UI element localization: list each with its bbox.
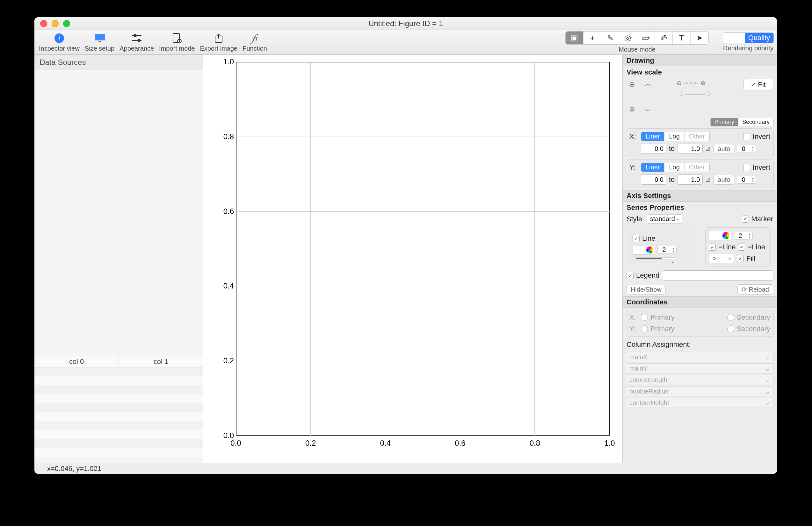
zoom-in-icon[interactable]: ⊕ xyxy=(629,105,635,114)
mode-draw-button[interactable]: ✎ xyxy=(601,31,619,44)
arrow-left-icon[interactable]: 〈 xyxy=(677,90,683,98)
data-table[interactable] xyxy=(34,367,203,463)
mode-eyedropper-button[interactable]: ✐▾ xyxy=(655,31,673,44)
axis-settings-header[interactable]: Axis Settings xyxy=(623,190,777,201)
fit-button[interactable]: ⤢ Fit xyxy=(743,79,773,90)
assignment-contourheight[interactable]: contourHeight xyxy=(626,398,774,408)
data-sources-list[interactable] xyxy=(34,70,203,356)
line-checkbox[interactable] xyxy=(633,235,640,242)
x-auto-button[interactable]: auto xyxy=(713,144,734,154)
fit-icon: ⤢ xyxy=(751,81,756,88)
ruler-icon[interactable]: ⊿ xyxy=(705,176,711,184)
column-header[interactable]: col 0 xyxy=(34,356,119,367)
chevron-down-icon: ▾ xyxy=(630,36,632,40)
y-secondary-radio[interactable] xyxy=(727,326,734,332)
column-header[interactable]: col 1 xyxy=(119,356,203,367)
y-axis-group: Y: Liner Log Other Invert to ⊿ xyxy=(626,159,774,188)
arrow-right-icon[interactable]: 〉 xyxy=(708,90,713,98)
x-tick-label: 0.0 xyxy=(230,439,241,448)
y-scale-segmented: Liner Log Other xyxy=(641,163,710,172)
style-select[interactable]: standard xyxy=(647,214,682,224)
y-scale-other[interactable]: Other xyxy=(684,163,709,171)
tab-primary[interactable]: Primary xyxy=(710,118,738,126)
y-digits-input[interactable] xyxy=(737,176,750,183)
ruler-icon[interactable]: ⊿ xyxy=(705,145,711,153)
x-from-input[interactable] xyxy=(641,144,666,154)
y-to-input[interactable] xyxy=(677,175,703,185)
slider-vertical-icon[interactable]: │ xyxy=(636,93,640,101)
function-button[interactable]: 𝑓𝑥 Function xyxy=(241,32,268,52)
marker-color-well[interactable] xyxy=(709,231,731,240)
app-window: Untitled: Figure ID = 1 i Inspector view… xyxy=(34,17,777,474)
legend-text-input[interactable] xyxy=(662,270,773,281)
table-row xyxy=(34,421,203,430)
mode-text-button[interactable]: T xyxy=(673,31,691,44)
eq-line-2-checkbox[interactable] xyxy=(738,244,745,251)
eq-line-1-checkbox[interactable] xyxy=(709,244,716,251)
x-scale-linear[interactable]: Liner xyxy=(641,132,665,141)
line-width-stepper[interactable]: ▴▾ xyxy=(657,246,677,254)
line-color-well[interactable] xyxy=(633,245,655,255)
x-digits-input[interactable] xyxy=(737,145,750,152)
plot-canvas[interactable]: 0.00.20.40.60.81.00.00.20.40.60.81.0 xyxy=(203,55,622,463)
tab-secondary[interactable]: Secondary xyxy=(738,118,774,126)
y-invert-checkbox[interactable] xyxy=(743,164,750,171)
marker-shape-select[interactable]: ○ xyxy=(709,254,734,263)
cursor-coordinates: x=0.046, y=1.021 xyxy=(47,465,101,473)
inspector-view-button[interactable]: i Inspector view xyxy=(38,32,81,52)
zoom-out-icon[interactable]: ⊖ xyxy=(629,80,635,89)
mode-pointer-button[interactable]: ➤ xyxy=(691,31,708,44)
column-assignment-header: Column Assignment: xyxy=(623,339,777,350)
x-to-input[interactable] xyxy=(677,144,703,154)
assignment-colorstrength[interactable]: colorStrength xyxy=(626,375,774,385)
legend-checkbox[interactable] xyxy=(626,272,634,279)
size-setup-button[interactable]: Size setup xyxy=(84,32,116,52)
y-auto-button[interactable]: auto xyxy=(713,175,734,185)
fill-checkbox[interactable] xyxy=(737,255,744,262)
assignment-bubbleradius[interactable]: bubbleRadius xyxy=(626,386,774,396)
arrow-down-icon[interactable]: ﹀ xyxy=(645,106,652,116)
line-width-input[interactable] xyxy=(658,246,670,253)
zoom-out-icon[interactable]: ⊖ xyxy=(677,80,682,87)
marker-size-stepper[interactable]: ▴▾ xyxy=(734,232,753,240)
y-scale-linear[interactable]: Liner xyxy=(641,163,665,171)
assignment-mainx[interactable]: mainX xyxy=(626,352,774,362)
y-primary-radio[interactable] xyxy=(641,326,648,332)
import-mode-button[interactable]: Import mode xyxy=(158,32,196,52)
zoom-in-icon[interactable]: ⊕ xyxy=(701,80,706,87)
rendering-priority-slider[interactable]: Quality xyxy=(723,32,774,43)
mode-rect-button[interactable]: ▭▾ xyxy=(637,31,655,44)
x-scale-log[interactable]: Log xyxy=(665,132,684,141)
mode-circle-button[interactable]: ◎▾ xyxy=(619,31,637,44)
x-scale-other[interactable]: Other xyxy=(684,132,709,141)
mode-add-button[interactable]: ＋ xyxy=(583,31,601,44)
coordinates-group: X: Primary Secondary Y: Primary Secondar… xyxy=(626,310,774,336)
mode-select-region-button[interactable]: ▣ xyxy=(566,31,583,44)
hide-show-button[interactable]: Hide/Show xyxy=(626,285,666,295)
eq-line-2-label: =Line xyxy=(748,243,765,251)
sliders-icon xyxy=(130,32,144,44)
marker-size-input[interactable] xyxy=(734,232,747,239)
fit-label: Fit xyxy=(758,80,766,89)
y-from-input[interactable] xyxy=(641,175,666,185)
y-scale-log[interactable]: Log xyxy=(665,163,684,171)
line-group: Line ▴▾ xyxy=(629,231,694,263)
toolbar: i Inspector view Size setup Appearance I… xyxy=(34,30,777,55)
marker-checkbox[interactable] xyxy=(742,215,749,223)
arrow-up-icon[interactable]: ︿ xyxy=(645,79,652,89)
y-digits-stepper[interactable]: ▴▾ xyxy=(737,176,756,184)
export-image-button[interactable]: Export image xyxy=(199,32,239,52)
reload-button[interactable]: ⟳ Reload xyxy=(737,284,773,295)
x-primary-radio[interactable] xyxy=(641,314,648,321)
table-row xyxy=(34,439,203,448)
appearance-button[interactable]: Appearance xyxy=(118,32,155,52)
reload-icon: ⟳ xyxy=(742,286,747,293)
titlebar: Untitled: Figure ID = 1 xyxy=(34,17,777,30)
assignment-mainy[interactable]: mainY xyxy=(626,363,774,374)
y-axis-label: Y: xyxy=(629,163,638,171)
toolbar-label: Size setup xyxy=(85,45,114,52)
x-invert-checkbox[interactable] xyxy=(743,133,750,140)
line-style-select[interactable] xyxy=(633,257,677,260)
x-secondary-radio[interactable] xyxy=(727,314,734,321)
x-digits-stepper[interactable]: ▴▾ xyxy=(737,145,756,153)
